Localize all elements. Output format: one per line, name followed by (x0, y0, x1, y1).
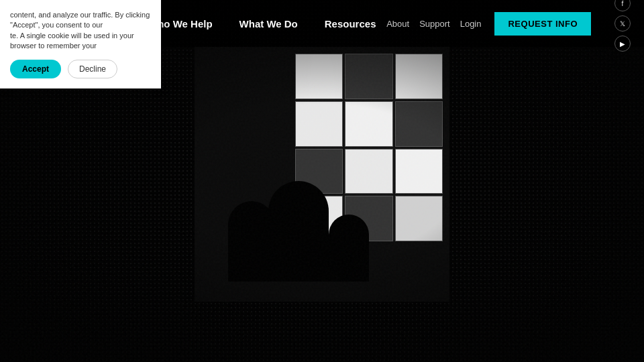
monitor-cell (395, 54, 443, 99)
nav-links: Who We Help What We Do Resources (138, 18, 386, 29)
monitor-cell (345, 54, 392, 99)
nav-util-login[interactable]: Login (460, 19, 482, 29)
monitor-cell (295, 101, 343, 147)
monitor-cell (395, 101, 443, 147)
cookie-text: content, and analyze our traffic. By cli… (10, 10, 151, 52)
hero-image-inner (195, 47, 449, 302)
nav-util-about[interactable]: About (386, 19, 409, 29)
social-icons: f 𝕏 ▶ (614, 0, 631, 52)
accept-button[interactable]: Accept (10, 60, 61, 78)
monitor-cell (345, 101, 392, 147)
nav-util-links: About Support Login (386, 19, 481, 29)
monitor-cell (395, 149, 443, 194)
nav-util-support[interactable]: Support (419, 19, 450, 29)
request-info-button[interactable]: REQUEST INFO (494, 12, 591, 36)
nav-link-resources[interactable]: Resources (325, 18, 376, 29)
monitor-cell (395, 196, 443, 241)
person-silhouette (268, 181, 329, 282)
nav-right: About Support Login REQUEST INFO f 𝕏 ▶ (386, 0, 631, 52)
nav-link-what-we-do[interactable]: What We Do (239, 18, 298, 29)
facebook-icon[interactable]: f (614, 0, 631, 11)
cookie-buttons: Accept Decline (10, 60, 151, 78)
person-silhouette (329, 215, 369, 282)
youtube-icon[interactable]: ▶ (614, 36, 631, 52)
decline-button[interactable]: Decline (68, 60, 117, 78)
hero-image (195, 47, 449, 302)
silhouettes (215, 147, 389, 282)
twitter-icon[interactable]: 𝕏 (614, 15, 631, 32)
monitor-cell (295, 54, 343, 99)
cookie-banner: content, and analyze our traffic. By cli… (0, 0, 161, 88)
